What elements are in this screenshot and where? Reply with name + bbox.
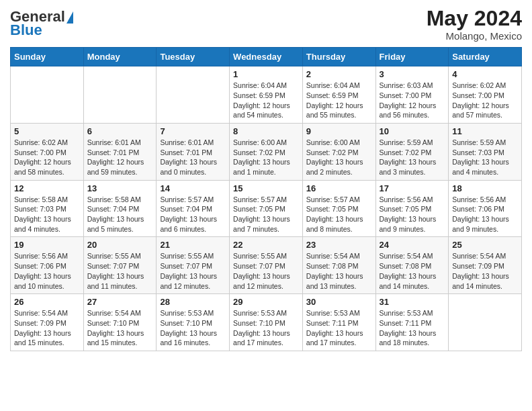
calendar-day-7: 7Sunrise: 6:01 AM Sunset: 7:01 PM Daylig… [157, 123, 230, 180]
day-number: 14 [160, 183, 226, 193]
day-info: Sunrise: 6:01 AM Sunset: 7:01 PM Dayligh… [160, 138, 226, 177]
day-of-week-monday: Monday [83, 48, 157, 66]
calendar-day-30: 30Sunrise: 5:53 AM Sunset: 7:11 PM Dayli… [302, 294, 375, 351]
day-number: 8 [233, 126, 299, 136]
day-of-week-thursday: Thursday [302, 48, 375, 66]
day-info: Sunrise: 5:54 AM Sunset: 7:10 PM Dayligh… [87, 308, 153, 348]
day-info: Sunrise: 5:56 AM Sunset: 7:06 PM Dayligh… [14, 251, 80, 291]
day-number: 5 [14, 126, 80, 136]
day-number: 28 [160, 297, 226, 307]
day-number: 1 [233, 69, 299, 79]
day-info: Sunrise: 6:00 AM Sunset: 7:02 PM Dayligh… [233, 138, 299, 177]
calendar-day-21: 21Sunrise: 5:55 AM Sunset: 7:07 PM Dayli… [157, 237, 230, 294]
logo-blue: Blue [10, 23, 42, 38]
calendar-day-3: 3Sunrise: 6:03 AM Sunset: 7:00 PM Daylig… [375, 66, 449, 124]
calendar-day-20: 20Sunrise: 5:55 AM Sunset: 7:07 PM Dayli… [83, 237, 157, 294]
day-info: Sunrise: 5:56 AM Sunset: 7:05 PM Dayligh… [380, 195, 445, 234]
day-number: 3 [380, 69, 445, 79]
day-info: Sunrise: 5:59 AM Sunset: 7:03 PM Dayligh… [452, 138, 518, 177]
day-info: Sunrise: 5:57 AM Sunset: 7:05 PM Dayligh… [306, 195, 372, 234]
day-number: 19 [14, 240, 80, 250]
calendar-day-9: 9Sunrise: 6:00 AM Sunset: 7:02 PM Daylig… [302, 123, 375, 180]
day-info: Sunrise: 6:03 AM Sunset: 7:00 PM Dayligh… [380, 81, 445, 120]
calendar-day-26: 26Sunrise: 5:54 AM Sunset: 7:09 PM Dayli… [11, 294, 84, 351]
calendar-day-4: 4Sunrise: 6:02 AM Sunset: 7:00 PM Daylig… [449, 66, 522, 124]
calendar-day-28: 28Sunrise: 5:53 AM Sunset: 7:10 PM Dayli… [157, 294, 230, 351]
day-of-week-friday: Friday [375, 48, 449, 66]
day-number: 29 [233, 297, 299, 307]
calendar-week-5: 26Sunrise: 5:54 AM Sunset: 7:09 PM Dayli… [11, 294, 522, 351]
day-number: 23 [306, 240, 372, 250]
day-number: 15 [233, 183, 299, 193]
day-number: 17 [380, 183, 445, 193]
day-number: 30 [306, 297, 372, 307]
day-info: Sunrise: 5:55 AM Sunset: 7:07 PM Dayligh… [233, 251, 299, 291]
day-number: 9 [306, 126, 372, 136]
day-info: Sunrise: 5:54 AM Sunset: 7:09 PM Dayligh… [14, 308, 80, 348]
day-number: 12 [14, 183, 80, 193]
day-info: Sunrise: 6:02 AM Sunset: 7:00 PM Dayligh… [14, 138, 80, 177]
day-number: 4 [452, 69, 518, 79]
day-info: Sunrise: 6:01 AM Sunset: 7:01 PM Dayligh… [87, 138, 153, 177]
calendar-day-10: 10Sunrise: 5:59 AM Sunset: 7:02 PM Dayli… [375, 123, 449, 180]
calendar-day-16: 16Sunrise: 5:57 AM Sunset: 7:05 PM Dayli… [302, 180, 375, 237]
calendar-empty-cell [83, 66, 157, 124]
day-info: Sunrise: 5:53 AM Sunset: 7:10 PM Dayligh… [233, 308, 299, 348]
day-of-week-tuesday: Tuesday [157, 48, 230, 66]
calendar-day-29: 29Sunrise: 5:53 AM Sunset: 7:10 PM Dayli… [230, 294, 303, 351]
day-number: 20 [87, 240, 153, 250]
calendar-day-5: 5Sunrise: 6:02 AM Sunset: 7:00 PM Daylig… [11, 123, 84, 180]
day-info: Sunrise: 5:58 AM Sunset: 7:04 PM Dayligh… [87, 195, 153, 234]
day-of-week-sunday: Sunday [11, 48, 84, 66]
day-info: Sunrise: 5:53 AM Sunset: 7:11 PM Dayligh… [380, 308, 445, 348]
day-number: 31 [380, 297, 445, 307]
calendar-empty-cell [11, 66, 84, 124]
calendar-week-3: 12Sunrise: 5:58 AM Sunset: 7:03 PM Dayli… [11, 180, 522, 237]
day-number: 13 [87, 183, 153, 193]
calendar-week-4: 19Sunrise: 5:56 AM Sunset: 7:06 PM Dayli… [11, 237, 522, 294]
calendar-week-2: 5Sunrise: 6:02 AM Sunset: 7:00 PM Daylig… [11, 123, 522, 180]
day-info: Sunrise: 5:53 AM Sunset: 7:11 PM Dayligh… [306, 308, 372, 348]
logo: General Blue [10, 7, 73, 38]
day-number: 25 [452, 240, 518, 250]
calendar-day-31: 31Sunrise: 5:53 AM Sunset: 7:11 PM Dayli… [375, 294, 449, 351]
month-year: May 2024 [427, 7, 522, 30]
calendar-day-15: 15Sunrise: 5:57 AM Sunset: 7:05 PM Dayli… [230, 180, 303, 237]
day-info: Sunrise: 5:54 AM Sunset: 7:08 PM Dayligh… [306, 251, 372, 291]
logo-triangle-icon [66, 11, 73, 24]
day-number: 7 [160, 126, 226, 136]
day-number: 16 [306, 183, 372, 193]
calendar-day-19: 19Sunrise: 5:56 AM Sunset: 7:06 PM Dayli… [11, 237, 84, 294]
day-info: Sunrise: 5:54 AM Sunset: 7:09 PM Dayligh… [452, 251, 518, 291]
day-number: 21 [160, 240, 226, 250]
calendar-day-24: 24Sunrise: 5:54 AM Sunset: 7:08 PM Dayli… [375, 237, 449, 294]
day-info: Sunrise: 5:55 AM Sunset: 7:07 PM Dayligh… [160, 251, 226, 291]
calendar-day-6: 6Sunrise: 6:01 AM Sunset: 7:01 PM Daylig… [83, 123, 157, 180]
calendar-day-17: 17Sunrise: 5:56 AM Sunset: 7:05 PM Dayli… [375, 180, 449, 237]
calendar-day-18: 18Sunrise: 5:56 AM Sunset: 7:06 PM Dayli… [449, 180, 522, 237]
day-info: Sunrise: 6:04 AM Sunset: 6:59 PM Dayligh… [306, 81, 372, 120]
calendar-day-27: 27Sunrise: 5:54 AM Sunset: 7:10 PM Dayli… [83, 294, 157, 351]
day-number: 24 [380, 240, 445, 250]
day-info: Sunrise: 5:53 AM Sunset: 7:10 PM Dayligh… [160, 308, 226, 348]
day-info: Sunrise: 5:59 AM Sunset: 7:02 PM Dayligh… [380, 138, 445, 177]
day-info: Sunrise: 5:56 AM Sunset: 7:06 PM Dayligh… [452, 195, 518, 234]
location: Molango, Mexico [427, 30, 522, 42]
day-number: 27 [87, 297, 153, 307]
day-number: 10 [380, 126, 445, 136]
calendar: SundayMondayTuesdayWednesdayThursdayFrid… [10, 47, 522, 351]
day-number: 2 [306, 69, 372, 79]
day-of-week-saturday: Saturday [449, 48, 522, 66]
calendar-day-22: 22Sunrise: 5:55 AM Sunset: 7:07 PM Dayli… [230, 237, 303, 294]
day-number: 11 [452, 126, 518, 136]
calendar-day-8: 8Sunrise: 6:00 AM Sunset: 7:02 PM Daylig… [230, 123, 303, 180]
day-number: 26 [14, 297, 80, 307]
day-info: Sunrise: 6:02 AM Sunset: 7:00 PM Dayligh… [452, 81, 518, 120]
day-of-week-wednesday: Wednesday [230, 48, 303, 66]
calendar-day-23: 23Sunrise: 5:54 AM Sunset: 7:08 PM Dayli… [302, 237, 375, 294]
page: General Blue May 2024 Molango, Mexico Su… [0, 0, 532, 361]
day-number: 22 [233, 240, 299, 250]
calendar-header-row: SundayMondayTuesdayWednesdayThursdayFrid… [11, 48, 522, 66]
calendar-week-1: 1Sunrise: 6:04 AM Sunset: 6:59 PM Daylig… [11, 66, 522, 124]
calendar-day-1: 1Sunrise: 6:04 AM Sunset: 6:59 PM Daylig… [230, 66, 303, 124]
